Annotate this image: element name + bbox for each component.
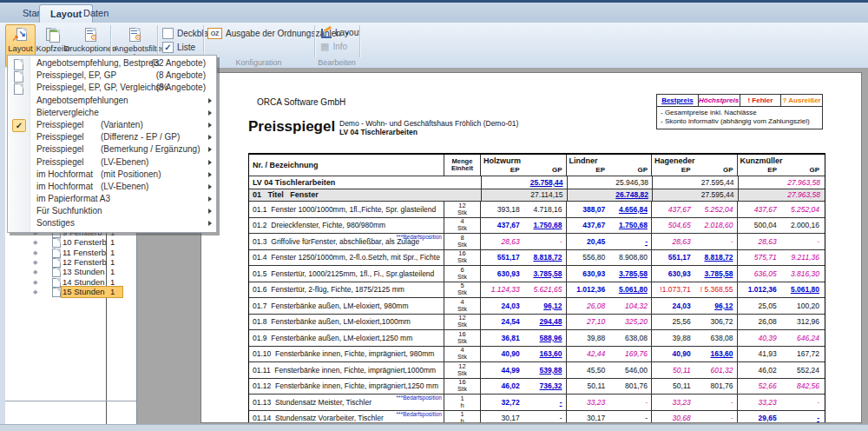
checkbox-icon (162, 28, 174, 39)
legend-box: BestpreisHöchstpreis! Fehler? Ausreißer … (656, 94, 823, 129)
gp-value: - (608, 237, 651, 246)
layout-dropdown-menu: Angebotsempfehlung, Bestpreis(32 Angebot… (7, 55, 217, 233)
ep-value: 52,66 (738, 381, 780, 390)
filter-gear-icon: ⚙ (125, 27, 144, 44)
menu-item[interactable]: Für Suchfunktion (8, 205, 216, 217)
ep-value: 556,80 (567, 253, 609, 262)
menu-item[interactable]: im Hochformat(LV-Ebenen) (8, 181, 216, 193)
gp-value: 9.211,36 (780, 253, 823, 262)
tree-item[interactable]: ◆15 Stunden1 (5, 287, 137, 296)
menu-item[interactable]: ✓Preisspiegel(Varianten) (8, 119, 216, 131)
gp-value: - (780, 414, 823, 422)
ep-value: 630,93 (652, 269, 694, 278)
tree-item-count: 1 (110, 237, 115, 247)
menu-item[interactable]: Angebotsempfehlungen (8, 95, 216, 107)
price-cell: 25.946,38 (568, 176, 654, 189)
price-cell: 437,675.252,04 (652, 202, 738, 217)
menu-item-label: Angebotsempfehlung, Bestpreis (36, 57, 160, 70)
legend-cells: BestpreisHöchstpreis! Fehler? Ausreißer (657, 95, 822, 107)
menu-item[interactable]: Bietervergleiche (8, 107, 216, 119)
table-row: 01.7 Fensterbänke außen, LM-eloxiert, 98… (249, 298, 825, 315)
gp-value: 306,72 (694, 317, 737, 326)
price-cell: 25,56306,72 (652, 315, 738, 330)
price-cell: 41,93167,72 (738, 347, 824, 362)
gp-value: 167,72 (780, 349, 823, 358)
price-cell: 30,17- (567, 411, 653, 424)
gp-value: - (608, 414, 651, 422)
unit-value: Stk (444, 322, 480, 328)
unit-value: Stk (444, 354, 480, 361)
menu-item[interactable]: im Hochformat(mit Positionen) (8, 169, 216, 181)
menu-item[interactable]: Preisspiegel(LV-Ebenen) (8, 156, 216, 169)
table-row: 01.4 Fenster 1250/1000mm, 2-fl.o.Setzh, … (249, 250, 825, 267)
ep-value: 42,44 (567, 349, 609, 358)
gp-value: 601,32 (694, 366, 737, 375)
header-bidder: HagenederEPGP (652, 155, 738, 176)
ep-value: 575,71 (738, 253, 780, 262)
gp-value: - (780, 398, 823, 407)
price-cell: 1.012,365.061,80 (738, 282, 824, 298)
price-cell: !1.073,71! 5.368,55 (652, 282, 738, 298)
ep-value: 40,90 (481, 349, 523, 358)
price-cell: 27.595,44 (653, 189, 739, 202)
ep-value: 26,08 (567, 302, 609, 310)
price-cell: 500,042.000,16 (738, 218, 824, 234)
gp-value: - (523, 398, 566, 407)
menu-item[interactable]: Preisspiegel, EP, GP(8 Angebote) (8, 70, 216, 82)
document-title: Preisspiegel (248, 118, 335, 136)
position-description: 01.2 Dreieckfenster, Fichte, 980/980mm (249, 218, 444, 234)
gp-value: 5.061,80 (780, 285, 823, 294)
gp-value: 169,76 (608, 349, 651, 358)
liste-checkbox[interactable]: ✓ Liste (162, 42, 195, 53)
quantity-cell: 12Stk (444, 315, 481, 330)
ep-value: 437,67 (567, 221, 609, 229)
menu-item[interactable]: Preisspiegel(Bemerkung / Ergänzung) (8, 143, 216, 156)
menu-item-label: Preisspiegel (36, 156, 101, 169)
gp-value: 26.748,82 (609, 190, 652, 199)
price-cell: 27.963,58 (739, 176, 825, 189)
group-label-bearbeiten: Bearbeiten (314, 58, 359, 67)
price-cell: 44,99539,88 (481, 362, 567, 378)
tree-item[interactable]: ◆13 Stunden1 (5, 267, 137, 276)
position-description: 01.5 Fenstertür, 1000/2125mm, 1fl., Fi.,… (249, 266, 444, 282)
gp-value: 4.718,16 (523, 205, 566, 214)
menu-item-sublabel: (Differenz - EP / GP) (101, 132, 180, 142)
ep-value: 437,67 (738, 205, 780, 214)
price-cell: 40,90163,60 (481, 347, 567, 362)
ep-value: 40,39 (738, 334, 780, 342)
price-cell: 437,671.750,68 (567, 218, 653, 234)
price-cell: 33,23- (567, 395, 653, 410)
header-menge-einheit: MengeEinheit (444, 155, 481, 176)
menu-item-label: Preisspiegel, EP, GP, Vergleichs% (36, 82, 168, 94)
tree-item[interactable]: ◆12 Fensterb1 (5, 257, 137, 267)
header-gp: GP (723, 166, 733, 174)
deckblatt-checkbox[interactable]: Deckblatt (162, 28, 214, 39)
header-bidder: KunzmüllerEPGP (738, 155, 824, 176)
ep-value: 500,04 (738, 221, 780, 229)
table-row: 01.5 Fenstertür, 1000/2125mm, 1fl., Fi.,… (249, 266, 825, 282)
position-description: 01.11 Fensterbänke innen, Fichte, impräg… (249, 362, 444, 378)
info-button[interactable]: ▦ Info (320, 40, 347, 53)
tree-item[interactable]: ◆11 Fensterb1 (5, 248, 137, 257)
price-cell: 437,671.750,68 (481, 218, 567, 234)
ep-value: 636,05 (738, 269, 780, 278)
tab-daten[interactable]: Daten (73, 4, 119, 22)
ribbon-tab-bar: Start Layout Daten (0, 3, 868, 23)
menu-item[interactable]: Angebotsempfehlung, Bestpreis(32 Angebot… (8, 57, 216, 70)
layout-edit-button[interactable]: Layout (320, 26, 361, 39)
menu-item[interactable]: Preisspiegel, EP, GP, Vergleichs%(8 Ange… (8, 82, 216, 94)
position-description: 01.8 Fensterbänke außen, LM-eloxiert,100… (249, 315, 444, 330)
menu-item[interactable]: Sonstiges (8, 217, 216, 229)
ep-value: 551,17 (652, 253, 694, 262)
table-row: 01.8 Fensterbänke außen, LM-eloxiert,100… (249, 315, 825, 331)
table-row: 01.14 Stundensatz Vorarbeiter, Tischler*… (249, 411, 825, 424)
unit-value: Stk (444, 274, 480, 281)
menu-item[interactable]: im Papierformat A3 (8, 193, 216, 205)
menu-item[interactable]: Preisspiegel(Differenz - EP / GP) (8, 131, 216, 143)
document-icon (14, 83, 23, 95)
price-cell: 45,50546,00 (567, 362, 653, 378)
ep-value: 41,93 (738, 349, 780, 358)
price-cell: 30,68- (652, 411, 738, 424)
tree-item[interactable]: ◆10 Fensterb1 (5, 237, 137, 247)
quantity-cell: 4Stk (444, 298, 481, 314)
